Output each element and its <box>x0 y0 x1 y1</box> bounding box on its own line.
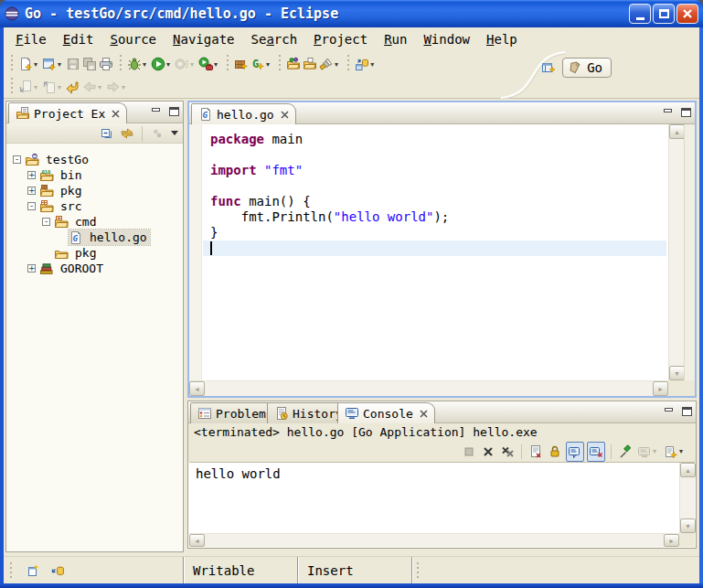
tree-item-src[interactable]: - src <box>7 198 182 214</box>
run-history-button[interactable]: ▾ <box>174 55 197 73</box>
close-editor-button[interactable] <box>281 111 289 119</box>
console-vertical-scrollbar[interactable]: ▴ ▾ <box>679 463 695 533</box>
launch-progress-button[interactable] <box>50 561 67 580</box>
dropdown-arrow-icon[interactable]: ▾ <box>58 60 61 69</box>
external-tools-button[interactable]: ▾ <box>197 55 221 73</box>
dropdown-arrow-icon[interactable]: ▾ <box>335 60 338 69</box>
dropdown-arrow-icon[interactable]: ▾ <box>266 60 270 69</box>
expander-icon[interactable]: + <box>27 187 36 195</box>
pin-console-button[interactable] <box>617 443 634 461</box>
expander-icon[interactable]: - <box>27 202 36 210</box>
tree-item-testgo[interactable]: - testGo <box>7 152 182 167</box>
print-button[interactable] <box>98 55 114 73</box>
console-horizontal-scrollbar[interactable]: ◂ ▸ <box>189 533 679 547</box>
forward-button[interactable]: ▾ <box>105 78 129 96</box>
tree-item-pkg-src[interactable]: pkg <box>7 245 182 261</box>
show-console-stderr-toggle[interactable] <box>587 442 605 462</box>
focus-on-active-task-button[interactable] <box>149 124 165 143</box>
collapse-all-button[interactable] <box>99 124 115 143</box>
minimize-editor-button[interactable] <box>661 106 674 117</box>
save-all-button[interactable] <box>81 55 98 73</box>
open-resource-button[interactable] <box>302 55 318 73</box>
menu-search[interactable]: Search <box>243 29 306 49</box>
tree-item-pkg[interactable]: + pkg <box>7 183 182 198</box>
search-button[interactable]: ▾ <box>318 55 342 73</box>
synchronize-button[interactable]: ▾ <box>354 55 378 73</box>
new-go-element-button[interactable]: ▾ <box>41 55 65 73</box>
scroll-right-button[interactable]: ▸ <box>653 381 668 396</box>
maximize-view-button[interactable] <box>167 105 180 116</box>
tree-item-hello-go[interactable]: G hello.go <box>7 230 182 245</box>
open-perspective-button[interactable] <box>540 59 557 77</box>
tab-hello-go[interactable]: G hello.go <box>191 103 296 124</box>
scroll-right-button[interactable]: ▸ <box>664 534 679 547</box>
menu-run[interactable]: Run <box>376 29 415 49</box>
statusbar-drag-handle[interactable] <box>9 562 12 579</box>
scroll-up-button[interactable]: ▴ <box>669 124 685 139</box>
view-menu-icon[interactable] <box>171 131 178 135</box>
dropdown-arrow-icon[interactable]: ▾ <box>34 60 37 69</box>
remove-launch-button[interactable] <box>480 443 496 461</box>
annotation-ruler[interactable] <box>189 124 202 380</box>
new-go-package-button[interactable] <box>233 55 250 73</box>
go-perspective-button[interactable]: Go <box>562 58 612 78</box>
menu-navigate[interactable]: Navigate <box>165 29 242 49</box>
scroll-lock-button[interactable] <box>547 443 563 461</box>
maximize-view-button[interactable] <box>680 405 693 416</box>
editor-vertical-scrollbar[interactable]: ▴ ▾ <box>668 124 684 380</box>
menu-help[interactable]: Help <box>478 29 526 49</box>
dropdown-arrow-icon[interactable]: ▾ <box>214 60 218 69</box>
menu-edit[interactable]: Edit <box>55 29 102 49</box>
editor-horizontal-scrollbar[interactable]: ◂ ▸ <box>189 380 668 396</box>
tree-item-cmd[interactable]: - cmd <box>7 214 182 230</box>
open-type-button[interactable] <box>285 55 302 73</box>
debug-button[interactable]: ▾ <box>126 55 150 73</box>
close-view-button[interactable] <box>112 110 120 118</box>
scroll-up-button[interactable]: ▴ <box>680 463 696 477</box>
statusbar-drag-handle[interactable] <box>416 562 419 579</box>
open-console-button[interactable]: ▾ <box>663 443 687 461</box>
close-view-button[interactable] <box>420 410 428 418</box>
new-go-type-button[interactable]: G ▾ <box>250 55 273 73</box>
tab-console[interactable]: Console <box>337 402 435 423</box>
toolbar-drag-handle[interactable] <box>10 78 13 96</box>
scroll-down-button[interactable]: ▾ <box>680 519 696 533</box>
tree-item-goroot[interactable]: + GOROOT <box>7 261 182 276</box>
overview-ruler[interactable] <box>684 124 695 380</box>
minimize-view-button[interactable] <box>149 105 162 116</box>
tab-project-explorer[interactable]: Project Ex <box>8 102 127 123</box>
menu-project[interactable]: Project <box>305 29 376 49</box>
expander-icon[interactable]: - <box>13 155 21 164</box>
show-console-stdout-toggle[interactable] <box>566 442 584 462</box>
maximize-button[interactable] <box>653 4 675 24</box>
menu-window[interactable]: Window <box>415 29 478 49</box>
dropdown-arrow-icon[interactable]: ▾ <box>370 60 374 69</box>
save-button[interactable] <box>65 55 81 73</box>
close-button[interactable] <box>676 4 698 24</box>
tree-item-bin[interactable]: + 010 bin <box>7 167 182 183</box>
previous-annotation-button[interactable]: ▾ <box>41 78 65 96</box>
remove-all-terminated-button[interactable] <box>499 443 516 461</box>
back-button[interactable]: ▾ <box>81 78 105 96</box>
clear-console-button[interactable] <box>527 443 544 461</box>
expander-icon[interactable]: + <box>27 264 36 273</box>
new-wizard-button[interactable]: ▾ <box>17 55 41 73</box>
scroll-left-button[interactable]: ◂ <box>189 381 205 396</box>
minimize-view-button[interactable] <box>662 405 675 416</box>
scroll-left-button[interactable]: ◂ <box>189 534 205 547</box>
dropdown-arrow-icon[interactable]: ▾ <box>166 60 170 69</box>
link-with-editor-button[interactable] <box>119 124 135 143</box>
run-button[interactable]: ▾ <box>150 55 174 73</box>
dropdown-arrow-icon[interactable]: ▾ <box>143 60 146 69</box>
console-output[interactable]: hello world ▴ ▾ ◂ ▸ <box>189 462 695 547</box>
menu-file[interactable]: File <box>7 29 55 49</box>
dropdown-arrow-icon[interactable]: ▾ <box>679 447 683 455</box>
minimize-button[interactable] <box>629 4 651 24</box>
expander-icon[interactable]: - <box>42 218 50 226</box>
fast-view-button[interactable] <box>25 561 41 580</box>
scroll-down-button[interactable]: ▾ <box>669 366 685 380</box>
expander-icon[interactable]: + <box>27 171 36 179</box>
last-edit-location-button[interactable] <box>65 78 81 96</box>
next-annotation-button[interactable]: ▾ <box>17 78 41 96</box>
toolbar-drag-handle[interactable] <box>10 55 13 73</box>
